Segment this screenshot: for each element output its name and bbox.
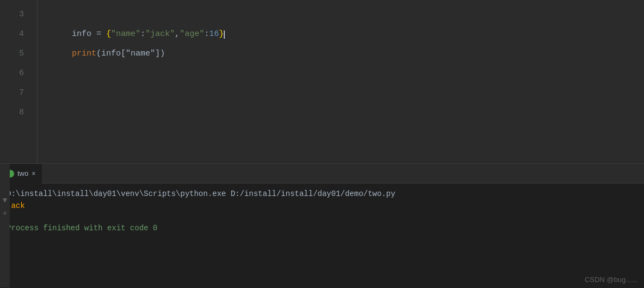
val-16: 16 bbox=[209, 29, 219, 39]
terminal-area: two × D:\install\install\day01\venv\Scri… bbox=[0, 164, 644, 288]
code-line-7: 7 bbox=[0, 83, 644, 102]
key-age: "age" bbox=[180, 29, 204, 39]
watermark: CSDN @bug...... bbox=[585, 275, 637, 284]
comma1: , bbox=[175, 29, 180, 39]
print-keyword: print bbox=[72, 49, 96, 58]
colon1: : bbox=[140, 29, 145, 39]
terminal-content: D:\install\install\day01\venv\Scripts\py… bbox=[0, 183, 644, 288]
info-var: info bbox=[101, 49, 121, 58]
sidebar-collapse-icon[interactable]: ▼ bbox=[3, 196, 7, 205]
line-number-3: 3 bbox=[0, 10, 33, 19]
val-jack: "jack" bbox=[145, 29, 175, 39]
code-line-6: 6 bbox=[0, 63, 644, 83]
code-line-8: 8 bbox=[0, 102, 644, 122]
terminal-sidebar: ▼ + bbox=[0, 163, 10, 287]
gutter-separator bbox=[37, 0, 38, 163]
terminal-tab-close[interactable]: × bbox=[32, 170, 35, 177]
text-cursor bbox=[224, 30, 225, 39]
terminal-output-jack: jack bbox=[7, 200, 637, 212]
line-number-6: 6 bbox=[0, 69, 33, 78]
paren-close: ) bbox=[160, 49, 165, 58]
line-number-7: 7 bbox=[0, 88, 33, 97]
line-number-5: 5 bbox=[0, 49, 33, 58]
terminal-tab-bar: two × bbox=[0, 164, 644, 183]
paren-open: ( bbox=[96, 49, 101, 58]
line-number-4: 4 bbox=[0, 29, 33, 39]
terminal-process-line: Process finished with exit code 0 bbox=[7, 222, 637, 234]
colon2: : bbox=[204, 29, 209, 39]
bracket-name: ["name"] bbox=[121, 49, 160, 58]
open-brace: { bbox=[106, 29, 111, 39]
sidebar-add-icon[interactable]: + bbox=[3, 209, 7, 218]
terminal-run-command: D:\install\install\day01\venv\Scripts\py… bbox=[7, 188, 637, 200]
equals-op: = bbox=[91, 29, 106, 39]
code-line-5: 5 print(info["name"]) bbox=[0, 44, 644, 63]
key-name: "name" bbox=[111, 29, 140, 39]
line-number-8: 8 bbox=[0, 108, 33, 117]
close-brace: } bbox=[219, 29, 224, 39]
editor-terminal-divider bbox=[0, 163, 644, 164]
terminal-blank-line bbox=[7, 212, 637, 222]
var-info: info bbox=[72, 29, 91, 39]
editor-area: 3 4 info = {"name":"jack","age":16} 5 pr… bbox=[0, 0, 644, 163]
terminal-tab-label: two bbox=[17, 169, 28, 177]
